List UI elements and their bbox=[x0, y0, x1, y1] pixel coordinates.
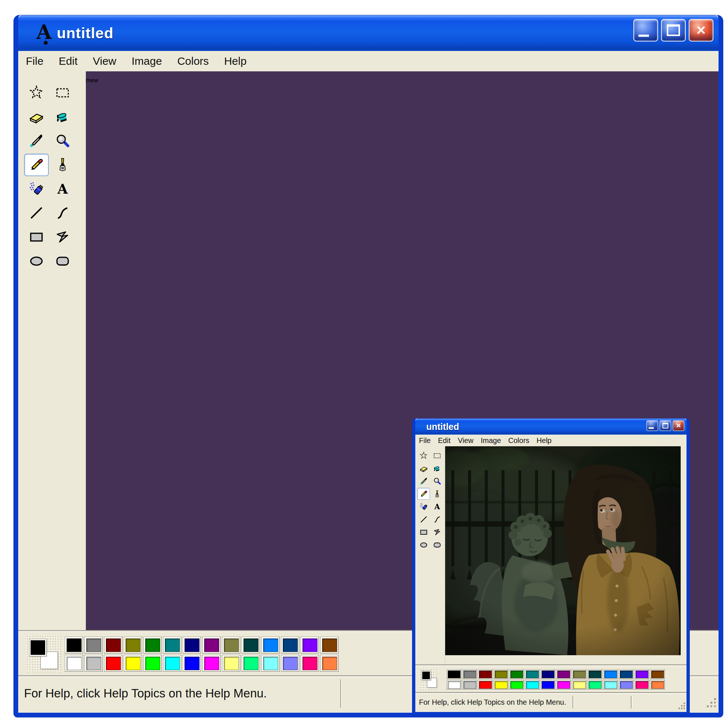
palette-color-#004080[interactable] bbox=[281, 637, 300, 654]
palette-color-#ff0000[interactable] bbox=[104, 655, 123, 672]
tool-rounded-rectangle-button[interactable] bbox=[50, 250, 75, 272]
tool-select-button[interactable] bbox=[50, 81, 75, 104]
main-color-picker[interactable] bbox=[26, 635, 61, 673]
menu-view[interactable]: View bbox=[454, 436, 477, 445]
palette-color-#ffff80[interactable] bbox=[572, 680, 587, 690]
palette-color-#0080ff[interactable] bbox=[262, 637, 280, 654]
palette-color-#ff0080[interactable] bbox=[301, 655, 319, 672]
palette-color-#8080ff[interactable] bbox=[281, 655, 300, 672]
palette-color-#804000[interactable] bbox=[650, 669, 665, 679]
tool-ellipse-button[interactable] bbox=[417, 539, 430, 551]
palette-color-#80ffff[interactable] bbox=[262, 655, 280, 672]
tool-color-picker-button[interactable] bbox=[417, 475, 430, 487]
tool-magnifier-button[interactable] bbox=[50, 130, 75, 152]
tool-fill-button[interactable] bbox=[50, 106, 75, 128]
menu-colors[interactable]: Colors bbox=[505, 436, 533, 445]
resize-grip[interactable] bbox=[678, 702, 686, 710]
palette-color-#008080[interactable] bbox=[163, 637, 182, 654]
palette-color-#8000ff[interactable] bbox=[301, 637, 319, 654]
tool-airbrush-button[interactable] bbox=[24, 177, 49, 200]
menu-image[interactable]: Image bbox=[124, 55, 170, 67]
palette-color-#00ff00[interactable] bbox=[144, 655, 162, 672]
child-color-picker[interactable] bbox=[420, 668, 437, 691]
palette-color-#000000[interactable] bbox=[65, 637, 83, 654]
menu-view[interactable]: View bbox=[85, 55, 124, 67]
palette-color-#808080[interactable] bbox=[84, 637, 103, 654]
palette-color-#ff8040[interactable] bbox=[650, 680, 665, 690]
palette-color-#0000ff[interactable] bbox=[541, 680, 555, 690]
palette-color-#00ffff[interactable] bbox=[525, 680, 540, 690]
menu-help[interactable]: Help bbox=[533, 436, 555, 445]
palette-color-#800000[interactable] bbox=[104, 637, 123, 654]
palette-color-#008000[interactable] bbox=[144, 637, 162, 654]
tool-polygon-button[interactable] bbox=[50, 226, 75, 248]
palette-color-#808000[interactable] bbox=[124, 637, 142, 654]
tool-free-form-select-button[interactable] bbox=[24, 81, 49, 104]
tool-magnifier-button[interactable] bbox=[431, 475, 444, 487]
foreground-color-swatch[interactable] bbox=[422, 671, 431, 680]
palette-color-#00ffff[interactable] bbox=[163, 655, 182, 672]
palette-color-#c0c0c0[interactable] bbox=[462, 680, 477, 690]
palette-color-#ffff00[interactable] bbox=[494, 680, 509, 690]
close-button[interactable]: ✕ bbox=[673, 421, 684, 431]
palette-color-#004040[interactable] bbox=[242, 637, 260, 654]
palette-color-#00ff80[interactable] bbox=[587, 680, 603, 690]
menu-edit[interactable]: Edit bbox=[51, 55, 85, 67]
palette-color-#ff8040[interactable] bbox=[320, 655, 339, 672]
tool-text-button[interactable]: A bbox=[50, 177, 75, 200]
tool-text-button[interactable]: A bbox=[431, 500, 444, 512]
tool-fill-button[interactable] bbox=[431, 462, 444, 474]
maximize-button[interactable] bbox=[661, 19, 686, 41]
maximize-button[interactable] bbox=[659, 421, 671, 431]
tool-select-button[interactable] bbox=[431, 450, 444, 462]
child-canvas[interactable] bbox=[445, 446, 687, 665]
palette-color-#ff0080[interactable] bbox=[635, 680, 649, 690]
palette-color-#0080ff[interactable] bbox=[603, 669, 618, 679]
palette-color-#ff00ff[interactable] bbox=[202, 655, 221, 672]
palette-color-#000080[interactable] bbox=[541, 669, 555, 679]
close-button[interactable]: ✕ bbox=[689, 19, 713, 41]
palette-color-#804000[interactable] bbox=[320, 637, 339, 654]
palette-color-#00ff80[interactable] bbox=[242, 655, 260, 672]
palette-color-#80ffff[interactable] bbox=[603, 680, 618, 690]
tool-color-picker-button[interactable] bbox=[24, 130, 49, 152]
tool-line-button[interactable] bbox=[24, 202, 49, 224]
palette-color-#008080[interactable] bbox=[525, 669, 540, 679]
tool-brush-button[interactable] bbox=[431, 488, 444, 500]
menu-image[interactable]: Image bbox=[477, 436, 505, 445]
palette-color-#00ff00[interactable] bbox=[509, 680, 524, 690]
tool-rounded-rectangle-button[interactable] bbox=[431, 539, 444, 551]
menu-help[interactable]: Help bbox=[217, 55, 254, 67]
menu-file[interactable]: File bbox=[18, 55, 51, 67]
tool-pencil-button[interactable] bbox=[417, 488, 430, 500]
palette-color-#ffff00[interactable] bbox=[124, 655, 142, 672]
palette-color-#000000[interactable] bbox=[447, 669, 462, 679]
tool-eraser-button[interactable] bbox=[417, 462, 430, 474]
palette-color-#8080ff[interactable] bbox=[619, 680, 634, 690]
palette-color-#800080[interactable] bbox=[556, 669, 571, 679]
palette-color-#ffff80[interactable] bbox=[222, 655, 241, 672]
palette-color-#ff00ff[interactable] bbox=[556, 680, 571, 690]
palette-color-#808080[interactable] bbox=[462, 669, 477, 679]
palette-color-#8000ff[interactable] bbox=[635, 669, 649, 679]
child-titlebar[interactable]: untitled ✕ bbox=[415, 419, 687, 434]
tool-eraser-button[interactable] bbox=[24, 106, 49, 128]
tool-airbrush-button[interactable] bbox=[417, 500, 430, 512]
palette-color-#ffffff[interactable] bbox=[447, 680, 462, 690]
palette-color-#ff0000[interactable] bbox=[478, 680, 493, 690]
palette-color-#000080[interactable] bbox=[183, 637, 201, 654]
tool-curve-button[interactable] bbox=[50, 202, 75, 224]
menu-file[interactable]: File bbox=[415, 436, 434, 445]
tool-brush-button[interactable] bbox=[50, 154, 75, 176]
palette-color-#800000[interactable] bbox=[478, 669, 493, 679]
tool-line-button[interactable] bbox=[417, 513, 430, 525]
tool-rectangle-button[interactable] bbox=[417, 526, 430, 538]
tool-pencil-button[interactable] bbox=[24, 154, 49, 176]
tool-free-form-select-button[interactable] bbox=[417, 450, 430, 462]
foreground-color-swatch[interactable] bbox=[29, 639, 46, 656]
palette-color-#800080[interactable] bbox=[202, 637, 221, 654]
palette-color-#808000[interactable] bbox=[494, 669, 509, 679]
palette-color-#808040[interactable] bbox=[572, 669, 587, 679]
main-titlebar[interactable]: A untitled ✕ bbox=[18, 15, 719, 51]
tool-curve-button[interactable] bbox=[431, 513, 444, 525]
